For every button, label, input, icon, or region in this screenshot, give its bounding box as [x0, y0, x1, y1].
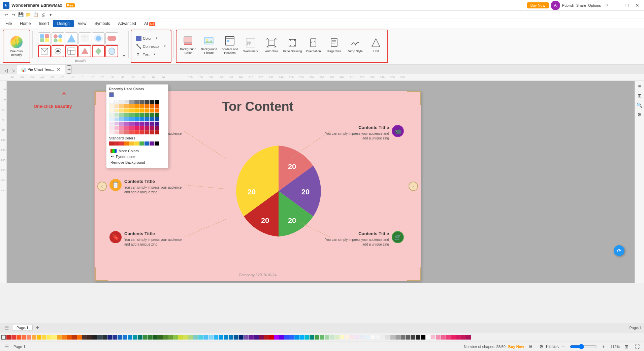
palette-color[interactable]	[11, 335, 16, 340]
palette-color[interactable]	[153, 335, 158, 340]
palette-color[interactable]	[451, 335, 456, 340]
beautify-select-5[interactable]	[92, 45, 105, 57]
grid-swatch[interactable]	[139, 104, 144, 108]
focus-button[interactable]: Focus	[548, 343, 556, 351]
publish-link[interactable]: Publish	[562, 3, 574, 7]
page-nav-button[interactable]: ☰	[3, 343, 11, 351]
menu-file[interactable]: File	[1, 20, 16, 27]
palette-color[interactable]	[385, 335, 390, 340]
share-link[interactable]: Share	[576, 3, 586, 7]
beautify-style-6[interactable]	[105, 32, 118, 44]
grid-swatch[interactable]	[139, 130, 144, 134]
palette-color[interactable]	[360, 335, 365, 340]
beautify-select-4[interactable]	[78, 45, 91, 57]
page-size-button[interactable]: Page Size	[324, 32, 344, 59]
grid-swatch[interactable]	[134, 130, 139, 134]
palette-color[interactable]	[6, 335, 11, 340]
palette-color[interactable]	[168, 335, 173, 340]
zoom-in-button[interactable]: +	[600, 343, 608, 351]
save-button[interactable]: 💾	[18, 11, 24, 18]
grid-swatch[interactable]	[144, 108, 149, 113]
palette-color[interactable]	[294, 335, 299, 340]
palette-color[interactable]	[466, 335, 471, 340]
grid-swatch[interactable]	[144, 122, 149, 126]
grid-swatch[interactable]	[134, 113, 139, 117]
palette-color[interactable]	[82, 335, 87, 340]
grid-swatch[interactable]	[155, 122, 159, 126]
menu-design[interactable]: Design	[53, 20, 73, 27]
qa-more-button[interactable]: ▾	[47, 11, 54, 18]
grid-swatch[interactable]	[119, 100, 124, 104]
fit-to-drawing-button[interactable]: Fit to Drawing	[282, 32, 302, 59]
new-button[interactable]: 📋	[32, 11, 39, 18]
std-swatch[interactable]	[144, 141, 149, 146]
menu-home[interactable]: Home	[16, 20, 35, 27]
palette-color[interactable]	[148, 335, 153, 340]
grid-swatch[interactable]	[124, 126, 129, 130]
nav-right-button[interactable]: ›	[409, 182, 418, 191]
grid-swatch[interactable]	[155, 104, 159, 108]
print-button[interactable]: 🖨	[40, 11, 46, 18]
buy-now-button[interactable]: Buy Now	[527, 2, 549, 8]
canvas[interactable]: ↑ One-click Beautify ‹ › Tor Content	[7, 81, 635, 283]
grid-swatch[interactable]	[134, 100, 139, 104]
palette-color[interactable]	[244, 335, 249, 340]
grid-swatch[interactable]	[109, 113, 114, 117]
menu-view[interactable]: View	[74, 20, 91, 27]
grid-swatch[interactable]	[114, 100, 119, 104]
panel-icon-3[interactable]: 🔍	[636, 101, 644, 109]
grid-swatch[interactable]	[114, 126, 119, 130]
palette-color[interactable]	[274, 335, 279, 340]
palette-color[interactable]	[208, 335, 213, 340]
std-swatch[interactable]	[129, 141, 134, 146]
page-tab-1[interactable]: Page-1	[12, 325, 33, 331]
zoom-slider[interactable]	[570, 344, 597, 349]
std-swatch[interactable]	[155, 141, 159, 146]
add-tab-button[interactable]: +	[67, 65, 72, 74]
palette-color[interactable]	[219, 335, 223, 340]
panel-icon-4[interactable]: ⚙	[636, 110, 644, 119]
grid-swatch[interactable]	[124, 130, 129, 134]
palette-color[interactable]	[249, 335, 254, 340]
avatar-button[interactable]: A	[551, 1, 560, 10]
blue-action-button[interactable]: ⟳	[614, 245, 624, 256]
fullscreen-button[interactable]: ⛶	[633, 343, 641, 351]
grid-swatch[interactable]	[139, 113, 144, 117]
grid-swatch[interactable]	[150, 122, 154, 126]
beautify-select-6[interactable]	[105, 45, 118, 57]
palette-color[interactable]	[310, 335, 314, 340]
palette-color[interactable]	[203, 335, 208, 340]
grid-swatch[interactable]	[109, 122, 114, 126]
palette-color[interactable]	[22, 335, 26, 340]
menu-insert[interactable]: Insert	[35, 20, 53, 27]
grid-swatch[interactable]	[119, 130, 124, 134]
palette-color[interactable]	[72, 335, 77, 340]
grid-swatch[interactable]	[119, 122, 124, 126]
borders-headers-button[interactable]: Borders and Headers	[220, 32, 240, 59]
grid-swatch[interactable]	[119, 104, 124, 108]
grid-swatch[interactable]	[129, 126, 134, 130]
palette-color[interactable]	[411, 335, 415, 340]
statusbar-icon-1[interactable]: 🖥	[527, 343, 535, 351]
beautify-style-1[interactable]	[38, 32, 51, 44]
eyedropper-button[interactable]: ✒ Eyedropper	[109, 154, 165, 160]
palette-color[interactable]	[178, 335, 183, 340]
palette-color[interactable]	[67, 335, 72, 340]
close-button[interactable]: ✕	[633, 1, 641, 9]
unit-button[interactable]: Unit	[366, 32, 386, 59]
nav-left-button[interactable]: ‹	[97, 182, 107, 191]
grid-swatch[interactable]	[150, 130, 154, 134]
palette-color[interactable]	[441, 335, 446, 340]
grid-swatch[interactable]	[114, 122, 119, 126]
palette-color[interactable]	[158, 335, 163, 340]
palette-color[interactable]	[102, 335, 107, 340]
fit-page-button[interactable]: ⊞	[622, 343, 631, 351]
grid-swatch[interactable]	[144, 130, 149, 134]
grid-swatch[interactable]	[114, 113, 119, 117]
no-fill-swatch[interactable]	[1, 335, 6, 340]
palette-color[interactable]	[254, 335, 259, 340]
tab-left-button[interactable]: ◁	[3, 67, 9, 74]
grid-swatch[interactable]	[114, 130, 119, 134]
grid-swatch[interactable]	[139, 126, 144, 130]
palette-color[interactable]	[138, 335, 142, 340]
